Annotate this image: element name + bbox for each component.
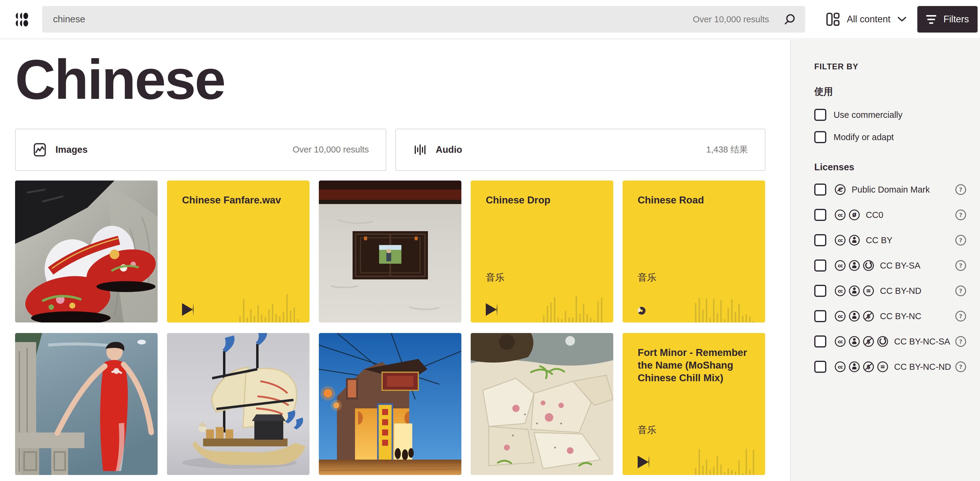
result-audio-chinese-road[interactable]: Chinese Road 音乐 bbox=[623, 180, 765, 322]
license-icons bbox=[834, 209, 861, 221]
license-label: CC BY bbox=[866, 236, 892, 245]
cc-license-icon bbox=[834, 209, 846, 221]
license-icons bbox=[834, 260, 875, 272]
audio-summary-card[interactable]: Audio 1,438 结果 bbox=[395, 129, 765, 171]
result-image-red-cheongsam[interactable] bbox=[15, 333, 158, 475]
help-icon[interactable]: ? bbox=[955, 209, 967, 221]
images-summary-card[interactable]: Images Over 10,000 results bbox=[15, 129, 387, 171]
result-image-embroidered-shoes[interactable] bbox=[15, 180, 158, 322]
content-type-switcher[interactable]: All content bbox=[826, 6, 907, 32]
lattice-window-picture bbox=[319, 180, 461, 322]
license-checkbox[interactable] bbox=[814, 361, 826, 373]
nc-license-icon bbox=[862, 335, 875, 347]
by-license-icon bbox=[848, 285, 861, 297]
play-button[interactable] bbox=[638, 456, 649, 468]
license-filter-row: Public Domain Mark ? bbox=[814, 183, 967, 196]
filters-button[interactable]: Filters bbox=[917, 6, 978, 33]
license-checkbox[interactable] bbox=[814, 335, 826, 347]
result-audio-fort-minor-remix[interactable]: Fort Minor - Remember the Name (MoShang … bbox=[623, 333, 765, 475]
audio-result-title: Chinese Road bbox=[638, 194, 752, 207]
use-commercially-label: Use commercially bbox=[834, 110, 902, 120]
license-icons bbox=[834, 310, 875, 322]
lego-junk-ship-picture bbox=[167, 333, 310, 475]
license-icons bbox=[834, 361, 889, 373]
summary-cards: Images Over 10,000 results Audio 1,438 结… bbox=[15, 129, 790, 171]
license-filter-row: CC BY-NC-SA ? bbox=[814, 335, 967, 347]
license-label: CC BY-NC bbox=[880, 311, 921, 321]
svg-text:?: ? bbox=[959, 288, 963, 294]
by-license-icon bbox=[848, 310, 861, 322]
red-cheongsam-picture bbox=[15, 333, 158, 475]
result-audio-chinese-fanfare[interactable]: Chinese Fanfare.wav bbox=[167, 180, 310, 322]
help-icon[interactable]: ? bbox=[955, 183, 967, 196]
audio-waveform[interactable] bbox=[695, 445, 760, 475]
license-icons bbox=[834, 285, 875, 297]
license-filter-row: CC0 ? bbox=[814, 209, 967, 221]
license-checkbox[interactable] bbox=[814, 183, 826, 196]
images-card-label: Images bbox=[56, 144, 88, 155]
svg-text:?: ? bbox=[959, 237, 963, 244]
play-button[interactable] bbox=[486, 303, 497, 316]
cc-license-icon bbox=[834, 361, 846, 373]
svg-text:?: ? bbox=[959, 313, 963, 319]
license-label: CC BY-NC-SA bbox=[894, 337, 950, 347]
search-bar: Over 10,000 results bbox=[42, 6, 805, 33]
help-icon[interactable]: ? bbox=[955, 335, 967, 347]
filters-sidebar: FILTER BY 使用 Use commercially Modify or … bbox=[790, 40, 980, 481]
svg-text:?: ? bbox=[959, 338, 963, 345]
license-label: CC BY-ND bbox=[880, 286, 921, 296]
cc-license-icon bbox=[834, 285, 846, 297]
openverse-search-page: Over 10,000 results All content Filters bbox=[0, 0, 980, 481]
result-audio-chinese-drop[interactable]: Chinese Drop 音乐 bbox=[471, 180, 613, 322]
sa-license-icon bbox=[877, 335, 889, 347]
search-input[interactable] bbox=[53, 14, 693, 25]
play-button[interactable] bbox=[182, 303, 194, 316]
license-label: CC0 bbox=[866, 210, 883, 220]
license-checkbox[interactable] bbox=[814, 209, 826, 221]
by-license-icon bbox=[848, 335, 861, 347]
help-icon[interactable]: ? bbox=[955, 260, 967, 272]
openverse-logo-icon bbox=[14, 11, 31, 28]
result-image-lego-junk-ship[interactable] bbox=[167, 333, 310, 475]
license-label: CC BY-SA bbox=[880, 261, 920, 271]
chinatown-night-street-picture bbox=[319, 333, 461, 475]
page-title: Chinese bbox=[15, 53, 790, 107]
license-checkbox[interactable] bbox=[814, 260, 826, 272]
by-license-icon bbox=[848, 260, 861, 272]
audio-result-title: Chinese Fanfare.wav bbox=[182, 194, 296, 207]
audio-waveform[interactable] bbox=[695, 292, 760, 322]
audio-waveform[interactable] bbox=[239, 292, 304, 322]
content-type-label: All content bbox=[847, 14, 891, 25]
help-icon[interactable]: ? bbox=[955, 234, 967, 246]
license-checkbox[interactable] bbox=[814, 310, 826, 322]
license-filter-row: CC BY-ND ? bbox=[814, 285, 967, 297]
license-filter-row: CC BY-SA ? bbox=[814, 260, 967, 272]
help-icon[interactable]: ? bbox=[955, 361, 967, 373]
svg-text:?: ? bbox=[959, 186, 963, 193]
modify-or-adapt-checkbox[interactable] bbox=[814, 131, 826, 143]
license-icons bbox=[834, 183, 846, 196]
result-image-turnip-cake-dish[interactable] bbox=[471, 333, 613, 475]
use-commercially-checkbox[interactable] bbox=[814, 109, 826, 121]
audio-result-title: Chinese Drop bbox=[486, 194, 600, 207]
audio-waveform[interactable] bbox=[543, 292, 608, 322]
filter-lines-icon bbox=[926, 15, 936, 24]
loading-spinner bbox=[637, 306, 646, 315]
help-icon[interactable]: ? bbox=[955, 310, 967, 322]
license-checkbox[interactable] bbox=[814, 234, 826, 246]
help-icon[interactable]: ? bbox=[955, 285, 967, 297]
cc-license-icon bbox=[834, 234, 846, 246]
licenses-section-heading: Licenses bbox=[814, 162, 967, 173]
all-content-icon bbox=[826, 12, 840, 27]
license-label: CC BY-NC-ND bbox=[894, 362, 951, 372]
svg-text:?: ? bbox=[959, 364, 963, 370]
result-image-chinatown-night-street[interactable] bbox=[319, 333, 461, 475]
cc-license-icon bbox=[834, 310, 846, 322]
result-image-lattice-window[interactable] bbox=[319, 180, 461, 322]
audio-genre-label: 音乐 bbox=[486, 271, 504, 284]
license-checkbox[interactable] bbox=[814, 285, 826, 297]
filters-button-label: Filters bbox=[943, 14, 969, 25]
openverse-logo[interactable] bbox=[13, 10, 32, 29]
search-button[interactable] bbox=[781, 11, 798, 28]
filter-option-use-commercially: Use commercially bbox=[814, 109, 967, 121]
